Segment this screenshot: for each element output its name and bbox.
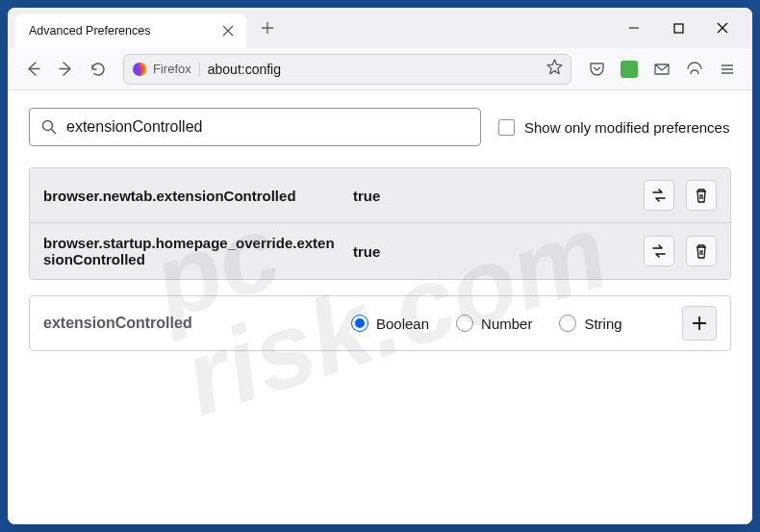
browser-window: Advanced Preferences [8, 8, 752, 524]
pref-value: true [353, 188, 632, 204]
show-modified-label: Show only modified preferences [524, 119, 729, 136]
browser-tab[interactable]: Advanced Preferences [15, 13, 246, 48]
trash-icon [694, 243, 709, 259]
pref-results-list: browser.newtab.extensionControlled true … [29, 167, 731, 280]
pref-name: browser.newtab.extensionControlled [43, 188, 342, 204]
toggle-button[interactable] [644, 236, 674, 266]
arrow-right-icon [58, 61, 74, 77]
extension-icon [621, 61, 638, 78]
radio-number[interactable]: Number [456, 315, 532, 332]
pocket-button[interactable] [581, 54, 612, 85]
plus-icon [691, 315, 708, 332]
add-pref-button[interactable] [682, 306, 717, 341]
radio-icon [456, 315, 473, 332]
pref-row: browser.startup.homepage_override.extens… [30, 223, 730, 279]
titlebar: Advanced Preferences [8, 8, 752, 48]
firefox-logo-icon [132, 62, 147, 77]
toggle-icon [650, 187, 668, 204]
radio-boolean[interactable]: Boolean [351, 315, 429, 332]
new-pref-name: extensionControlled [43, 315, 332, 332]
new-pref-row: extensionControlled Boolean Number Strin… [29, 295, 731, 351]
reload-icon [90, 62, 106, 77]
radio-string[interactable]: String [559, 315, 621, 332]
radio-label: Number [481, 316, 532, 332]
radio-icon [559, 315, 576, 332]
pref-name: browser.startup.homepage_override.extens… [43, 235, 342, 267]
app-menu-button[interactable] [712, 54, 743, 85]
url-bar[interactable]: Firefox about:config [123, 54, 571, 85]
maximize-icon [673, 23, 684, 34]
extension-button[interactable] [614, 54, 645, 85]
pref-search-box[interactable] [29, 108, 481, 146]
account-button[interactable] [679, 54, 710, 85]
minimize-icon [628, 22, 640, 34]
close-window-button[interactable] [700, 12, 745, 44]
url-text: about:config [208, 62, 539, 77]
back-button[interactable] [17, 54, 48, 85]
star-icon [546, 59, 563, 75]
window-controls [612, 12, 745, 44]
pocket-icon [589, 61, 605, 77]
delete-button[interactable] [686, 180, 717, 211]
delete-button[interactable] [686, 236, 717, 266]
toggle-button[interactable] [644, 180, 674, 211]
type-radio-group: Boolean Number String [351, 315, 663, 332]
radio-icon [351, 315, 368, 332]
svg-rect-0 [674, 24, 683, 33]
search-icon [41, 119, 57, 135]
identity-label: Firefox [153, 62, 191, 76]
trash-icon [694, 188, 709, 203]
maximize-button[interactable] [656, 12, 700, 44]
inbox-button[interactable] [646, 54, 677, 85]
inbox-icon [653, 61, 671, 78]
radio-label: String [584, 316, 621, 332]
show-modified-checkbox[interactable]: Show only modified preferences [498, 119, 729, 136]
tab-title: Advanced Preferences [29, 24, 217, 38]
nav-toolbar: Firefox about:config [8, 48, 752, 90]
forward-button[interactable] [50, 54, 81, 85]
tab-close-button[interactable] [217, 20, 239, 41]
toggle-icon [650, 242, 668, 260]
pref-value: true [353, 243, 632, 260]
svg-point-2 [43, 121, 53, 131]
radio-label: Boolean [376, 316, 429, 332]
account-icon [686, 61, 703, 78]
arrow-left-icon [25, 61, 41, 77]
bookmark-star-button[interactable] [546, 59, 563, 79]
search-row: Show only modified preferences [29, 108, 731, 146]
reload-button[interactable] [83, 54, 114, 85]
about-config-content: Show only modified preferences browser.n… [8, 90, 752, 524]
minimize-button[interactable] [612, 12, 656, 44]
pref-row: browser.newtab.extensionControlled true [30, 168, 730, 223]
new-tab-button[interactable] [254, 14, 281, 41]
identity-box[interactable]: Firefox [132, 62, 200, 77]
close-icon [717, 22, 728, 34]
hamburger-icon [720, 62, 735, 77]
close-icon [222, 25, 234, 37]
checkbox-icon [498, 119, 515, 136]
pref-search-input[interactable] [66, 118, 469, 136]
plus-icon [261, 21, 274, 35]
